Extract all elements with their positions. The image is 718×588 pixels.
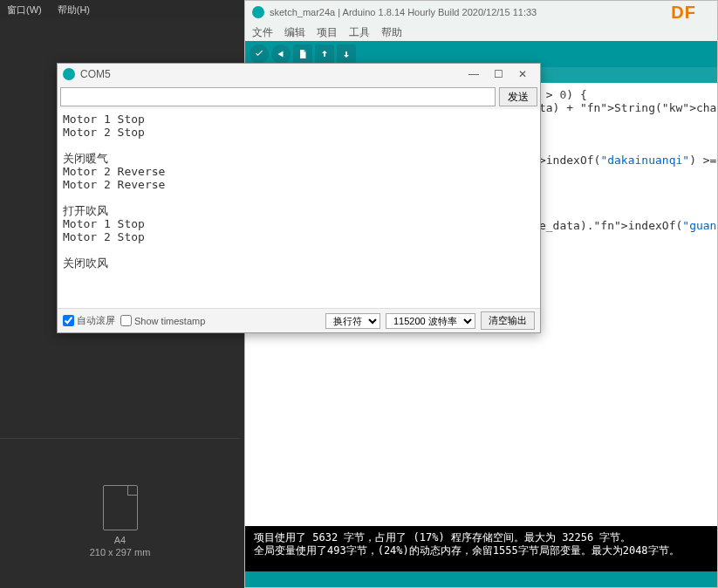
menu-edit[interactable]: 编辑 <box>284 25 305 40</box>
open-button[interactable] <box>315 44 334 64</box>
arduino-titlebar: sketch_mar24a | Arduino 1.8.14 Hourly Bu… <box>245 1 717 24</box>
serial-output[interactable]: Motor 1 Stop Motor 2 Stop 关闭暖气 Motor 2 R… <box>58 109 540 308</box>
brand-label: DF <box>671 3 696 23</box>
clear-output-button[interactable]: 清空输出 <box>481 311 535 330</box>
timestamp-label: Show timestamp <box>134 316 205 326</box>
minimize-icon[interactable]: — <box>462 65 486 83</box>
compile-console: 项目使用了 5632 字节，占用了 (17%) 程序存储空间。最大为 32256… <box>245 526 717 571</box>
arduino-menubar: 文件 编辑 项目 工具 帮助 <box>245 24 717 41</box>
arduino-logo-icon <box>63 68 75 80</box>
serial-monitor-window: COM5 — ☐ ✕ 发送 Motor 1 Stop Motor 2 Stop … <box>57 63 541 333</box>
serial-title-text: COM5 <box>80 68 111 80</box>
close-icon[interactable]: ✕ <box>510 65 535 83</box>
panel-divider <box>0 438 240 439</box>
save-button[interactable] <box>337 44 356 64</box>
serial-input-row: 发送 <box>58 85 540 109</box>
page-name: A4 <box>114 535 126 545</box>
arduino-logo-icon <box>252 6 264 18</box>
verify-button[interactable] <box>250 44 269 64</box>
page-label: A4 210 x 297 mm <box>0 534 240 558</box>
host-menu-window[interactable]: 窗口(W) <box>7 3 42 17</box>
arduino-title: sketch_mar24a | Arduino 1.8.14 Hourly Bu… <box>270 7 537 17</box>
autoscroll-checkbox[interactable]: 自动滚屏 <box>63 314 115 327</box>
page-icon[interactable] <box>103 485 138 530</box>
autoscroll-label: 自动滚屏 <box>77 314 115 327</box>
menu-help[interactable]: 帮助 <box>381 25 402 40</box>
menu-sketch[interactable]: 项目 <box>317 25 338 40</box>
arduino-status-bar <box>245 571 717 587</box>
serial-send-button[interactable]: 发送 <box>499 87 537 106</box>
menu-file[interactable]: 文件 <box>252 25 273 40</box>
maximize-icon[interactable]: ☐ <box>486 65 510 83</box>
baud-rate-select[interactable]: 115200 波特率 <box>386 313 475 329</box>
menu-tools[interactable]: 工具 <box>349 25 370 40</box>
upload-button[interactable] <box>271 44 291 64</box>
serial-footer: 自动滚屏 Show timestamp 换行符 115200 波特率 清空输出 <box>58 308 540 332</box>
page-size: 210 x 297 mm <box>90 547 151 557</box>
host-menu-help[interactable]: 帮助(H) <box>58 3 90 17</box>
new-file-button[interactable] <box>293 44 312 64</box>
serial-send-input[interactable] <box>60 87 496 106</box>
timestamp-checkbox[interactable]: Show timestamp <box>120 315 205 326</box>
line-ending-select[interactable]: 换行符 <box>325 313 380 329</box>
serial-titlebar[interactable]: COM5 — ☐ ✕ <box>58 64 540 85</box>
